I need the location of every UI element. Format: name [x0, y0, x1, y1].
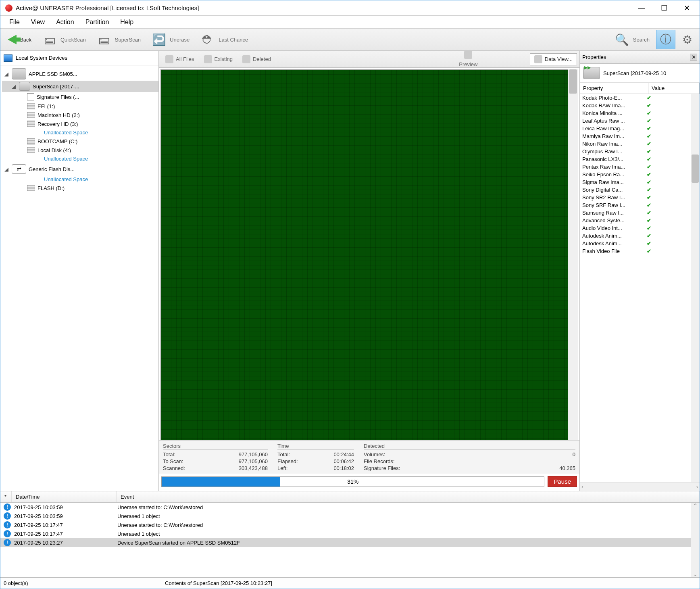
property-row[interactable]: Sigma Raw Ima...✔ — [580, 178, 691, 186]
properties-close-button[interactable]: ✕ — [690, 54, 697, 61]
unerase-button[interactable]: ↩️Unerase — [147, 30, 194, 49]
tree-drive-generic[interactable]: ◢⇄Generic Flash Dis... — [2, 163, 158, 175]
scroll-down-icon[interactable]: ⌄ — [693, 571, 698, 577]
properties-col-property[interactable]: Property — [580, 83, 648, 94]
view-deleted[interactable]: Deleted — [238, 54, 275, 65]
log-event: Unerase started to: C:\Work\restored — [117, 522, 203, 528]
property-row[interactable]: Pentax Raw Ima...✔ — [580, 163, 691, 171]
property-row[interactable]: Flash Video File✔ — [580, 247, 691, 255]
property-row[interactable]: Sony Digital Ca...✔ — [580, 186, 691, 194]
progress-row: 31% Pause — [159, 474, 579, 491]
sector-grid[interactable] — [160, 69, 568, 440]
menu-file[interactable]: File — [4, 17, 25, 27]
menu-action[interactable]: Action — [50, 17, 79, 27]
tree-vol-efi[interactable]: EFI (1:) — [2, 102, 158, 111]
settings-button[interactable]: ⚙ — [678, 30, 696, 49]
tree-vol-recovery[interactable]: Recovery HD (3:) — [2, 119, 158, 128]
scroll-left-icon[interactable]: ‹ — [581, 484, 583, 490]
property-row[interactable]: Advanced Syste...✔ — [580, 217, 691, 224]
tree-unalloc[interactable]: Unallocated Space — [2, 175, 158, 184]
maximize-button[interactable]: ☐ — [653, 0, 675, 16]
tree-label: Unallocated Space — [44, 129, 88, 136]
log-event: Device SuperScan started on APPLE SSD SM… — [117, 540, 240, 546]
property-name: Pentax Raw Ima... — [582, 164, 647, 170]
property-row[interactable]: Nikon Raw Ima...✔ — [580, 140, 691, 148]
log-scrollbar[interactable]: ⌃⌄ — [691, 503, 700, 577]
log-row[interactable]: !2017-09-25 10:17:47Unerase started to: … — [0, 520, 700, 529]
menu-help[interactable]: Help — [115, 17, 139, 27]
log-col-event[interactable]: Event — [117, 491, 700, 502]
minimize-button[interactable]: — — [630, 0, 653, 16]
scan-scrollbar[interactable] — [568, 69, 578, 440]
log-row[interactable]: !2017-09-25 10:03:59Unerased 1 object — [0, 512, 700, 520]
log-datetime: 2017-09-25 10:23:27 — [14, 540, 114, 546]
pause-button[interactable]: Pause — [548, 476, 577, 487]
info-badge-icon: ! — [4, 539, 11, 546]
log-row[interactable]: !2017-09-25 10:23:27Device SuperScan sta… — [0, 538, 700, 547]
device-tree[interactable]: ◢APPLE SSD SM05... ◢SuperScan [2017-... … — [0, 65, 158, 491]
property-row[interactable]: Olympus Raw I...✔ — [580, 148, 691, 155]
menu-view[interactable]: View — [25, 17, 50, 27]
scrollbar-thumb[interactable] — [569, 69, 577, 94]
scroll-right-ic
[interactable]: › — [696, 484, 698, 490]
properties-hscrollbar[interactable]: ‹› — [580, 482, 700, 491]
tree-vol-flash[interactable]: FLASH (D:) — [2, 184, 158, 192]
property-row[interactable]: Kodak RAW Ima...✔ — [580, 102, 691, 109]
app-icon — [5, 4, 12, 12]
view-existing[interactable]: Existing — [200, 54, 237, 65]
property-row[interactable]: Sony SR2 Raw I...✔ — [580, 194, 691, 201]
existing-icon — [204, 55, 212, 63]
property-row[interactable]: Leica Raw Imag...✔ — [580, 125, 691, 132]
property-row[interactable]: Seiko Epson Ra...✔ — [580, 171, 691, 178]
property-row[interactable]: Leaf Aptus Raw ...✔ — [580, 117, 691, 125]
property-row[interactable]: Audio Video Int...✔ — [580, 224, 691, 232]
log-row[interactable]: !2017-09-25 10:03:59Unerase started to: … — [0, 503, 700, 512]
tree-sigfiles[interactable]: Signature Files (... — [2, 92, 158, 102]
info-button[interactable]: ⓘ — [656, 30, 675, 49]
properties-scrollbar[interactable] — [691, 94, 700, 482]
volume-icon — [27, 185, 35, 191]
property-row[interactable]: Konica Minolta ...✔ — [580, 109, 691, 117]
close-button[interactable]: ✕ — [675, 0, 698, 16]
property-row[interactable]: Panasonic LX3/...✔ — [580, 155, 691, 163]
tree-label: Signature Files (... — [37, 94, 79, 100]
property-row[interactable]: Mamiya Raw Im...✔ — [580, 132, 691, 140]
log-row[interactable]: !2017-09-25 10:17:47Unerased 1 object — [0, 529, 700, 538]
tree-drive-apple[interactable]: ◢APPLE SSD SM05... — [2, 67, 158, 81]
view-allfiles[interactable]: All Files — [161, 54, 198, 65]
lastchance-button[interactable]: ⛑Last Chance — [196, 30, 252, 49]
menu-partition[interactable]: Partition — [80, 17, 115, 27]
titlebar: Active@ UNERASER Professional [Licensed … — [0, 0, 700, 16]
back-button[interactable]: Back — [4, 33, 35, 46]
status-contents: Contents of SuperScan [2017-09-25 10:23:… — [162, 580, 700, 586]
tree-superscan[interactable]: ◢SuperScan [2017-... — [2, 81, 158, 92]
view-preview[interactable]: Preview — [408, 49, 528, 69]
tree-vol-bootcamp[interactable]: BOOTCAMP (C:) — [2, 137, 158, 146]
search-button[interactable]: 🔍Search — [610, 30, 654, 49]
property-row[interactable]: Autodesk Anim...✔ — [580, 240, 691, 247]
property-row[interactable]: Samsung Raw I...✔ — [580, 209, 691, 217]
info-badge-icon: ! — [4, 512, 11, 520]
tree-unalloc[interactable]: Unallocated Space — [2, 128, 158, 137]
view-dataview[interactable]: Data View... — [530, 53, 577, 65]
checkmark-icon: ✔ — [647, 110, 651, 116]
log-col-datetime[interactable]: Date/Time — [12, 491, 117, 502]
property-row[interactable]: Sony SRF Raw I...✔ — [580, 201, 691, 209]
log-col-icon[interactable]: * — [0, 491, 12, 502]
checkmark-icon: ✔ — [647, 133, 651, 139]
undo-icon: ↩️ — [151, 32, 167, 47]
tree-vol-macintosh[interactable]: Macintosh HD (2:) — [2, 111, 158, 119]
properties-col-value[interactable]: Value — [648, 83, 700, 94]
property-row[interactable]: Kodak Photo-E...✔ — [580, 94, 691, 102]
superscan-button[interactable]: 🖴SuperScan — [92, 30, 145, 49]
properties-header-label: SuperScan [2017-09-25 10 — [603, 70, 666, 76]
scroll-up-icon[interactable]: ⌃ — [693, 503, 698, 509]
scrollbar-thumb[interactable] — [692, 155, 699, 183]
property-name: Seiko Epson Ra... — [582, 171, 647, 178]
property-name: Kodak Photo-E... — [582, 95, 647, 101]
tree-vol-localdisk[interactable]: Local Disk (4:) — [2, 146, 158, 155]
tree-unalloc[interactable]: Unallocated Space — [2, 155, 158, 163]
quickscan-button[interactable]: 🖴QuickScan — [38, 30, 90, 49]
tree-label: APPLE SSD SM05... — [29, 71, 77, 77]
property-row[interactable]: Autodesk Anim...✔ — [580, 232, 691, 240]
